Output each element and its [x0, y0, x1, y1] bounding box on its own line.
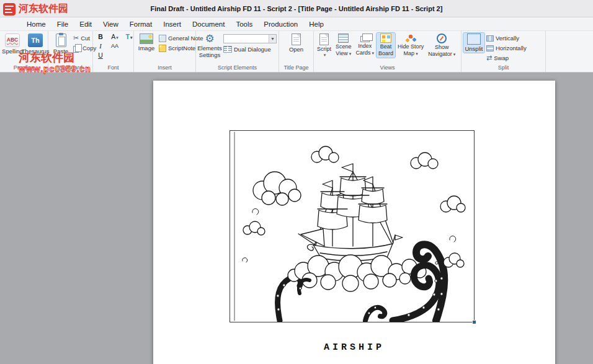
- italic-button[interactable]: I: [95, 42, 106, 51]
- site-name: 河东软件园: [19, 2, 68, 16]
- unsplit-pane-icon: [467, 33, 481, 45]
- ribbon-spacer: [546, 31, 593, 72]
- dropdown-arrow-icon: ▾: [453, 52, 456, 56]
- spelling-icon: ABC: [5, 33, 20, 47]
- hide-story-map-button[interactable]: Hide Story Map▾: [396, 33, 426, 58]
- dropdown-arrow-icon[interactable]: ▾: [269, 35, 276, 43]
- open-title-page-button[interactable]: Open: [286, 33, 307, 53]
- menu-help[interactable]: Help: [303, 20, 329, 28]
- menu-format[interactable]: Format: [124, 20, 158, 28]
- ribbon-group-insert: Image General Note ScriptNote Insert: [134, 31, 196, 72]
- site-name: 河东软件园: [19, 52, 91, 64]
- ribbon-group-font: B I U A AA T Font: [93, 31, 134, 72]
- site-logo-icon: [3, 3, 16, 16]
- airship-illustration: [230, 131, 474, 322]
- resize-handle[interactable]: [472, 320, 476, 324]
- window-title: Final Draft - Untitled Airship FD 11 - S…: [151, 5, 443, 12]
- menubar: Home File Edit View Format Insert Docume…: [0, 17, 593, 31]
- dropdown-arrow-icon: ▾: [416, 51, 418, 56]
- menu-insert[interactable]: Insert: [158, 20, 187, 28]
- site-url: www.pc0359.cn: [19, 64, 91, 74]
- watermark-top: 河东软件园: [3, 2, 68, 16]
- index-cards-button[interactable]: Index Cards▾: [354, 33, 377, 57]
- menu-file[interactable]: File: [51, 20, 74, 28]
- swap-panes-button[interactable]: ⇄ Swap: [486, 54, 527, 62]
- dual-dialogue-icon: [223, 46, 232, 53]
- split-horizontally-button[interactable]: Horizontally: [486, 44, 527, 52]
- menu-production[interactable]: Production: [258, 20, 303, 28]
- cut-icon: ✂: [73, 35, 79, 42]
- text-color-button[interactable]: T: [123, 33, 135, 42]
- group-label-font: Font: [93, 64, 133, 72]
- dropdown-arrow-icon: ▾: [324, 53, 326, 58]
- show-navigator-button[interactable]: Show Navigator▾: [426, 33, 457, 58]
- group-label-title-page: Title Page: [279, 64, 313, 72]
- group-label-split: Split: [461, 64, 545, 72]
- cover-image-frame[interactable]: [230, 130, 475, 322]
- group-label-script-elements: Script Elements: [196, 64, 279, 72]
- font-size-button[interactable]: A: [109, 33, 120, 42]
- menu-view[interactable]: View: [97, 20, 124, 28]
- dropdown-arrow-icon: ▾: [372, 51, 375, 55]
- titlebar: Final Draft - Untitled Airship FD 11 - S…: [0, 0, 593, 17]
- swap-arrows-icon: ⇄: [486, 55, 492, 61]
- title-page[interactable]: AIRSHIP: [153, 81, 555, 364]
- scriptnote-icon: [159, 45, 166, 52]
- ribbon-group-split: Unsplit Vertically Horizontally ⇄ Swap: [461, 31, 546, 72]
- general-note-icon: [159, 35, 166, 42]
- menu-tools[interactable]: Tools: [230, 20, 258, 28]
- dropdown-arrow-icon: ▾: [349, 51, 352, 56]
- menu-home[interactable]: Home: [21, 20, 51, 28]
- menu-edit[interactable]: Edit: [74, 20, 97, 28]
- group-label-views: Views: [314, 64, 461, 72]
- ribbon-group-title-page: Open Title Page: [279, 31, 314, 72]
- scene-view-button[interactable]: Scene View▾: [334, 33, 354, 58]
- bold-button[interactable]: B: [95, 33, 106, 42]
- unsplit-button[interactable]: Unsplit: [463, 33, 484, 53]
- paste-icon: [56, 33, 66, 47]
- document-area[interactable]: AIRSHIP: [0, 73, 593, 364]
- story-map-icon: [405, 33, 416, 43]
- elements-settings-button[interactable]: ⚙ Elements Settings: [198, 33, 221, 60]
- gear-icon: ⚙: [205, 33, 214, 44]
- thesaurus-icon: Th: [28, 33, 43, 47]
- insert-image-button[interactable]: Image: [136, 33, 157, 52]
- split-vertical-icon: [486, 35, 494, 42]
- image-icon: [140, 33, 153, 44]
- open-page-icon: [292, 33, 301, 45]
- beat-board-button[interactable]: Beat Board: [377, 33, 395, 58]
- script-view-button[interactable]: Script ▾: [315, 33, 333, 58]
- watermark-ribbon: 河东软件园 www.pc0359.cn: [19, 52, 91, 74]
- menu-document[interactable]: Document: [187, 20, 230, 28]
- change-case-button[interactable]: AA: [109, 42, 120, 51]
- ribbon-group-views: Script ▾ Scene View▾ Index Cards▾ Beat B…: [314, 31, 461, 72]
- dual-dialogue-button[interactable]: Dual Dialogue: [223, 45, 277, 53]
- split-horizontal-icon: [486, 45, 494, 51]
- final-draft-window: 河东软件园 河东软件园 www.pc0359.cn Final Draft - …: [0, 0, 593, 364]
- scene-view-icon: [338, 33, 349, 43]
- underline-button[interactable]: U: [95, 51, 106, 60]
- split-vertically-button[interactable]: Vertically: [486, 34, 527, 42]
- element-style-dropdown[interactable]: ▾: [223, 34, 277, 43]
- navigator-compass-icon: [437, 33, 447, 43]
- index-cards-icon: [360, 36, 370, 42]
- group-label-insert: Insert: [134, 64, 195, 72]
- script-title-text[interactable]: AIRSHIP: [153, 342, 555, 353]
- script-icon: [319, 33, 329, 45]
- ribbon-group-script-elements: ⚙ Elements Settings ▾ Dual Dialogue: [196, 31, 279, 72]
- beat-board-icon: [380, 33, 391, 43]
